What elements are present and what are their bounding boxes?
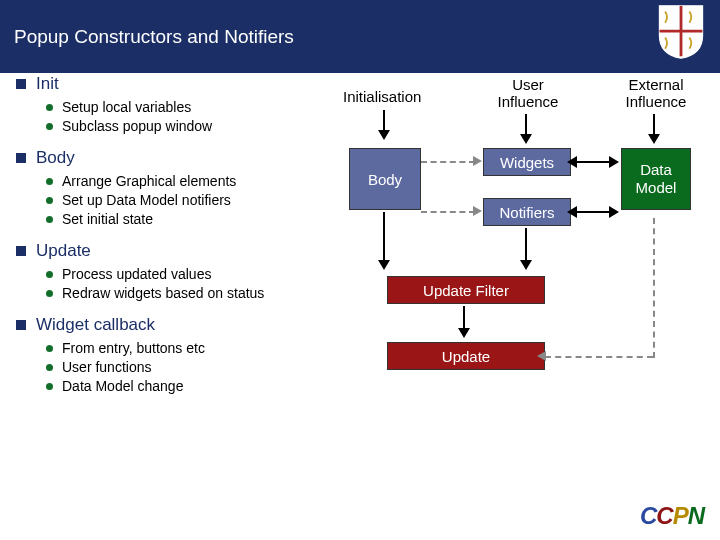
arrow-line bbox=[571, 161, 611, 163]
list-item: Data Model change bbox=[46, 378, 366, 394]
arrow-head-icon bbox=[473, 156, 482, 166]
box-body: Body bbox=[349, 148, 421, 210]
dot-bullet-icon bbox=[46, 216, 53, 223]
section-title: Body bbox=[36, 148, 75, 168]
section-body: Body Arrange Graphical elements Set up D… bbox=[16, 148, 366, 227]
list-item: Set initial state bbox=[46, 211, 366, 227]
section-update: Update Process updated values Redraw wid… bbox=[16, 241, 366, 301]
dot-bullet-icon bbox=[46, 345, 53, 352]
slide-content: Init Setup local variables Subclass popu… bbox=[0, 62, 720, 540]
arrow-head-icon bbox=[609, 156, 619, 168]
box-widgets: Widgets bbox=[483, 148, 571, 176]
university-shield-icon bbox=[656, 8, 706, 65]
dashed-arrow bbox=[421, 161, 475, 163]
dot-bullet-icon bbox=[46, 271, 53, 278]
label-user-influence: User bbox=[512, 76, 544, 93]
square-bullet-icon bbox=[16, 79, 26, 89]
list-item: Process updated values bbox=[46, 266, 366, 282]
dot-bullet-icon bbox=[46, 364, 53, 371]
dashed-arrow bbox=[421, 211, 475, 213]
dot-bullet-icon bbox=[46, 104, 53, 111]
section-title: Update bbox=[36, 241, 91, 261]
slide-title: Popup Constructors and Notifiers bbox=[14, 26, 294, 48]
ccpn-logo: CCPN bbox=[640, 502, 704, 530]
list-item: Setup local variables bbox=[46, 99, 366, 115]
label-initialisation: Initialisation bbox=[343, 88, 421, 105]
outline-list: Init Setup local variables Subclass popu… bbox=[16, 74, 366, 408]
list-item: Subclass popup window bbox=[46, 118, 366, 134]
box-update: Update bbox=[387, 342, 545, 370]
box-data-model: DataModel bbox=[621, 148, 691, 210]
list-item: Arrange Graphical elements bbox=[46, 173, 366, 189]
box-update-filter: Update Filter bbox=[387, 276, 545, 304]
arrow-head-icon bbox=[537, 351, 546, 361]
dot-bullet-icon bbox=[46, 383, 53, 390]
section-widget-callback: Widget callback From entry, buttons etc … bbox=[16, 315, 366, 394]
section-init: Init Setup local variables Subclass popu… bbox=[16, 74, 366, 134]
list-item: From entry, buttons etc bbox=[46, 340, 366, 356]
arrow-head-icon bbox=[567, 156, 577, 168]
dot-bullet-icon bbox=[46, 290, 53, 297]
section-title: Widget callback bbox=[36, 315, 155, 335]
arrow-head-icon bbox=[473, 206, 482, 216]
label-external-influence: External bbox=[628, 76, 683, 93]
list-item: Redraw widgets based on status bbox=[46, 285, 366, 301]
dashed-arrow bbox=[545, 356, 653, 358]
dot-bullet-icon bbox=[46, 178, 53, 185]
arrow-head-icon bbox=[567, 206, 577, 218]
square-bullet-icon bbox=[16, 153, 26, 163]
flow-diagram: Initialisation User Influence External I… bbox=[335, 68, 720, 468]
arrow-line bbox=[571, 211, 611, 213]
arrow-head-icon bbox=[609, 206, 619, 218]
dashed-arrow bbox=[653, 218, 655, 358]
square-bullet-icon bbox=[16, 320, 26, 330]
section-title: Init bbox=[36, 74, 59, 94]
box-notifiers: Notifiers bbox=[483, 198, 571, 226]
list-item: User functions bbox=[46, 359, 366, 375]
list-item: Set up Data Model notifiers bbox=[46, 192, 366, 208]
square-bullet-icon bbox=[16, 246, 26, 256]
dot-bullet-icon bbox=[46, 197, 53, 204]
dot-bullet-icon bbox=[46, 123, 53, 130]
